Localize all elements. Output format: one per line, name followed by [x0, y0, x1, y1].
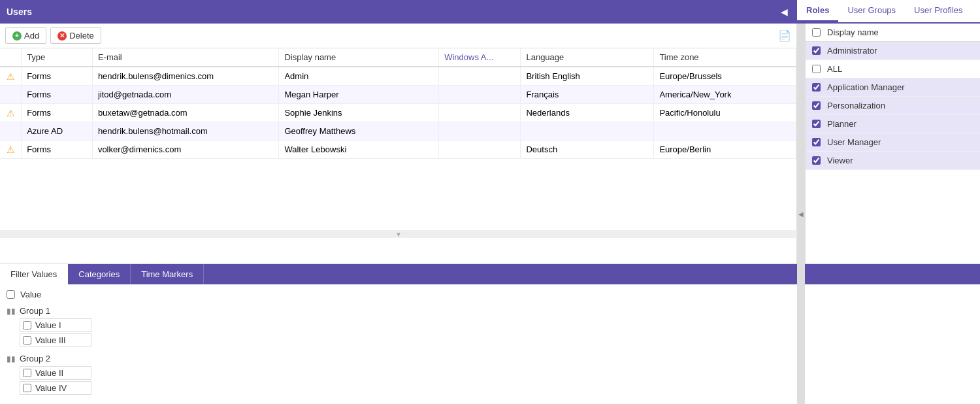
tab-time-markers[interactable]: Time Markers: [131, 264, 204, 284]
cell-language: Deutsch: [521, 141, 654, 159]
role-checkbox-viewer[interactable]: [812, 156, 821, 165]
filter-item-checkbox[interactable]: [23, 321, 31, 329]
cell-email: jitod@getnada.com: [92, 86, 279, 104]
cell-language: Français: [521, 86, 654, 104]
filter-item-label: Value III: [35, 335, 66, 345]
filter-item-label: Value IV: [35, 383, 67, 393]
tab-roles[interactable]: Roles: [797, 0, 838, 22]
cell-windows-auth: [439, 67, 521, 86]
role-checkbox-personalization[interactable]: [812, 101, 821, 110]
role-checkbox-application-manager[interactable]: [812, 83, 821, 92]
table-row[interactable]: Forms jitod@getnada.com Megan Harper Fra…: [0, 86, 796, 104]
role-item-user-manager[interactable]: User Manager: [806, 133, 980, 152]
tab-categories[interactable]: Categories: [68, 264, 131, 284]
collapse-button[interactable]: ◀: [777, 5, 791, 18]
role-label-viewer: Viewer: [827, 156, 853, 165]
resize-icon: ◀: [798, 210, 804, 218]
role-checkbox-planner[interactable]: [812, 120, 821, 128]
warning-cell: [0, 86, 22, 104]
role-item-application-manager[interactable]: Application Manager: [806, 78, 980, 97]
cell-type: Forms: [22, 86, 93, 104]
table-row[interactable]: ⚠ Forms buxetaw@getnada.com Sophie Jenki…: [0, 104, 796, 122]
top-tabs: Roles User Groups User Profiles: [797, 0, 980, 24]
group-collapse-icon[interactable]: ▮▮: [7, 354, 16, 363]
filter-header: Value: [7, 290, 973, 299]
bottom-tabs: Filter Values Categories Time Markers: [0, 264, 980, 284]
users-table: Type E-mail Display name Windows A... La…: [0, 48, 796, 159]
role-checkbox-all[interactable]: [812, 65, 821, 73]
role-checkbox-user-manager[interactable]: [812, 138, 821, 146]
warning-cell: ⚠: [0, 141, 22, 159]
role-label-administrator: Administrator: [827, 46, 877, 56]
roles-select-all-checkbox[interactable]: [812, 28, 821, 37]
filter-item-checkbox[interactable]: [23, 369, 31, 377]
cell-type: Forms: [22, 141, 93, 159]
add-icon: +: [12, 31, 22, 41]
warning-cell: [0, 122, 22, 141]
filter-group-group2: ▮▮ Group 2 Value II Value IV: [7, 351, 973, 395]
roles-header-label: Display name: [827, 27, 879, 37]
role-checkbox-administrator[interactable]: [812, 46, 821, 55]
filter-item[interactable]: Value IV: [20, 381, 91, 395]
col-header-windows-auth[interactable]: Windows A...: [439, 48, 521, 67]
header: Users ◀: [0, 0, 797, 24]
filter-item-checkbox[interactable]: [23, 384, 31, 392]
group-label: Group 2: [20, 354, 50, 363]
warning-cell: ⚠: [0, 104, 22, 122]
group-collapse-icon[interactable]: ▮▮: [7, 307, 16, 316]
filter-value-label: Value: [20, 290, 41, 299]
warning-icon: ⚠: [7, 71, 15, 82]
col-header-type[interactable]: Type: [22, 48, 93, 67]
role-label-application-manager: Application Manager: [827, 82, 905, 92]
cell-type: Forms: [22, 67, 93, 86]
group-items-group2: Value II Value IV: [7, 366, 973, 395]
chevron-down-icon: ▼: [395, 231, 402, 238]
filter-item[interactable]: Value I: [20, 318, 91, 332]
filter-item[interactable]: Value II: [20, 366, 91, 380]
group-header-group2: ▮▮ Group 2: [7, 351, 973, 366]
warning-cell: ⚠: [0, 67, 22, 86]
filter-item-checkbox[interactable]: [23, 336, 31, 345]
role-item-all[interactable]: ALL: [806, 60, 980, 78]
export-icon[interactable]: 📄: [778, 29, 791, 42]
tab-filter-values[interactable]: Filter Values: [0, 264, 68, 284]
col-header-warning: [0, 48, 22, 67]
role-item-planner[interactable]: Planner: [806, 115, 980, 133]
filter-item-label: Value II: [35, 368, 63, 378]
col-header-display-name[interactable]: Display name: [279, 48, 439, 67]
cell-display-name: Walter Lebowski: [279, 141, 439, 159]
group-header-group1: ▮▮ Group 1: [7, 303, 973, 318]
delete-icon: ✕: [57, 31, 67, 41]
col-header-email[interactable]: E-mail: [92, 48, 279, 67]
cell-display-name: Geoffrey Matthews: [279, 122, 439, 141]
cell-display-name: Sophie Jenkins: [279, 104, 439, 122]
role-label-all: ALL: [827, 64, 842, 74]
bottom-panel: Filter Values Categories Time Markers Va…: [0, 263, 980, 404]
table-row[interactable]: ⚠ Forms volker@dimenics.com Walter Lebow…: [0, 141, 796, 159]
panel-resize-handle[interactable]: ◀: [797, 24, 805, 404]
add-button[interactable]: + Add: [5, 27, 46, 44]
cell-windows-auth: [439, 86, 521, 104]
tab-user-profiles[interactable]: User Profiles: [905, 0, 972, 22]
cell-windows-auth: [439, 122, 521, 141]
role-item-personalization[interactable]: Personalization: [806, 97, 980, 115]
table-row[interactable]: Azure AD hendrik.bulens@hotmail.com Geof…: [0, 122, 796, 141]
col-header-timezone[interactable]: Time zone: [654, 48, 796, 67]
group-items-group1: Value I Value III: [7, 318, 973, 347]
roles-list: Administrator ALL Application Manager Pe…: [806, 42, 980, 170]
warning-icon: ⚠: [7, 108, 15, 118]
role-item-viewer[interactable]: Viewer: [806, 152, 980, 170]
cell-language: British English: [521, 67, 654, 86]
tab-user-groups[interactable]: User Groups: [838, 0, 905, 22]
cell-email: buxetaw@getnada.com: [92, 104, 279, 122]
role-item-administrator[interactable]: Administrator: [806, 42, 980, 60]
delete-button[interactable]: ✕ Delete: [50, 27, 101, 44]
vertical-resize-handle[interactable]: ▼: [0, 230, 797, 238]
cell-timezone: [654, 122, 796, 141]
cell-type: Forms: [22, 104, 93, 122]
filter-item[interactable]: Value III: [20, 333, 91, 347]
filter-header-checkbox[interactable]: [7, 290, 15, 299]
col-header-language[interactable]: Language: [521, 48, 654, 67]
cell-timezone: Europe/Brussels: [654, 67, 796, 86]
table-row[interactable]: ⚠ Forms hendrik.bulens@dimenics.com Admi…: [0, 67, 796, 86]
